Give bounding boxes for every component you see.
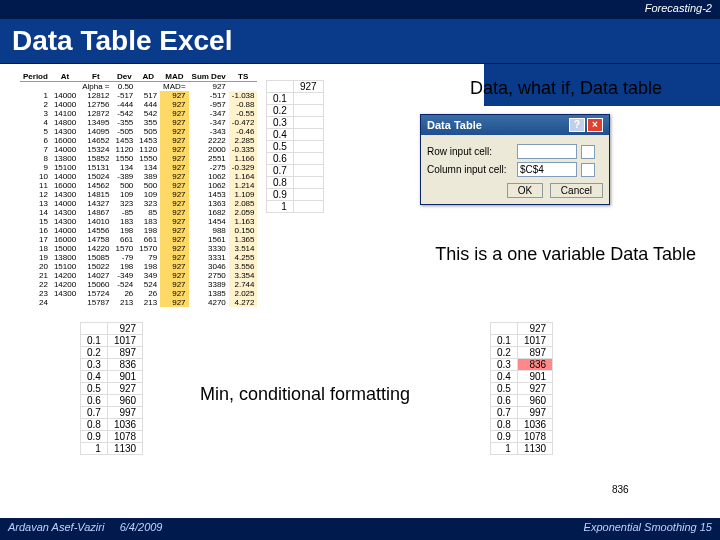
dialog-titlebar: Data Table ? × [421,115,609,135]
slide-title: Data Table Excel [0,18,720,64]
range-picker-icon[interactable] [581,163,595,177]
col-input-label: Column input cell: [427,164,513,175]
footer-right: Exponential Smoothing 15 [584,521,712,533]
footer-date: 6/4/2009 [120,521,163,533]
header-small: Forecasting-2 [0,0,720,18]
cancel-button[interactable]: Cancel [550,183,603,198]
close-icon[interactable]: × [587,118,603,132]
alpha-column-top: 9270.10.20.30.40.50.60.70.80.91 [266,80,324,213]
range-picker-icon[interactable] [581,145,595,159]
slide-body: PeriodAtFtDevADMADSum DevTSAlpha =0.50MA… [0,64,720,518]
slide-footer: Ardavan Asef-Vaziri 6/4/2009 Exponential… [0,518,720,540]
alpha-result-table-left: 9270.110170.28970.38360.49010.59270.6960… [80,322,143,455]
ok-button[interactable]: OK [507,183,543,198]
main-data-table: PeriodAtFtDevADMADSum DevTSAlpha =0.50MA… [20,72,257,307]
min-value-display: 836 [612,484,629,495]
col-input-field[interactable] [517,162,577,177]
help-icon[interactable]: ? [569,118,585,132]
data-table-dialog: Data Table ? × Row input cell: Column in… [420,114,610,205]
row-input-field[interactable] [517,144,577,159]
caption-one-variable: This is a one variable Data Table [435,244,696,265]
dialog-body: Row input cell: Column input cell: OK Ca… [421,135,609,204]
caption-min-conditional: Min, conditional formatting [200,384,410,405]
alpha-result-table-right: 9270.110170.28970.38360.49010.59270.6960… [490,322,553,455]
dialog-title-text: Data Table [427,119,482,131]
caption-data-whatif: Data, what if, Data table [470,78,662,99]
row-input-label: Row input cell: [427,146,513,157]
footer-author: Ardavan Asef-Vaziri [8,521,104,533]
